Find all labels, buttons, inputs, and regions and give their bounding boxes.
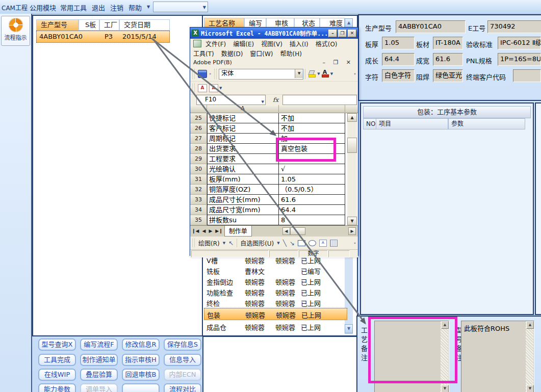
pkg-col-header-param[interactable]: 参数 [448, 118, 525, 129]
menu-logout[interactable]: 注销 [110, 3, 123, 12]
info-field-standard[interactable]: IPC-6012 Ⅱ级 [498, 37, 541, 49]
excel-menu-data[interactable]: 数据(D) [221, 49, 243, 58]
cell-b31[interactable]: 1.05 [279, 174, 345, 185]
cell-a27[interactable]: 周期标记 [207, 134, 279, 144]
tab-first-icon[interactable]: ❙◀ [192, 228, 199, 233]
row-header[interactable]: 31 [190, 174, 207, 185]
excel-menu-edit[interactable]: 编辑(E) [233, 39, 254, 48]
btn-save-info[interactable]: 保存信息S [164, 338, 201, 351]
model-notes-textarea[interactable]: 此板符合ROHS ▲ ▼ [461, 321, 534, 392]
btn-flow-compare[interactable]: 流程对比 [164, 383, 201, 392]
menu-exit[interactable]: 退出 [92, 3, 105, 12]
pdf-convert-icon[interactable]: A [198, 84, 207, 92]
cell-b26[interactable]: 不加 [279, 123, 345, 134]
btn-stackup-check[interactable]: 叠层验算 [80, 369, 118, 381]
excel-menu-insert[interactable]: 插入(I) [290, 39, 308, 48]
pdf-toolbar-dropdown-icon[interactable]: ▼ [219, 86, 222, 90]
model-col-header-factory[interactable]: 工厂 [99, 19, 119, 31]
excel-menu-view[interactable]: 视图(V) [261, 39, 282, 48]
excel-menu-format[interactable]: 格式(O) [316, 39, 338, 48]
excel-menu-window[interactable]: 窗口(W) [250, 49, 273, 58]
pdf-email-icon[interactable]: A [209, 84, 218, 92]
notes-scroll-up-icon[interactable]: ▲ [526, 321, 534, 329]
fill-color-icon[interactable] [308, 70, 316, 77]
info-field-thickness[interactable]: 1.05 [382, 37, 415, 49]
autoshapes-menu[interactable]: 自选图形(U) [240, 239, 274, 247]
excel-doc-window-controls[interactable]: – ❐ ✕ [322, 59, 354, 66]
excel-maximize-button[interactable]: ❐ [338, 30, 347, 37]
drawbar-options-icon[interactable]: » [354, 241, 356, 245]
cell-a32[interactable]: 铜箔厚度(OZ) [207, 185, 279, 195]
row-header[interactable]: 28 [190, 144, 207, 154]
btn-tool-done[interactable]: 工具完成 [38, 354, 76, 366]
toolbar-options-icon[interactable]: » [354, 72, 356, 76]
cell-b34[interactable]: 64.4 [279, 205, 345, 215]
row-header[interactable]: 25 [190, 113, 207, 123]
textbox-tool-icon[interactable]: A [319, 240, 327, 247]
cell-b35[interactable]: 8 [279, 215, 345, 225]
process-row[interactable]: 功能检查 顿婉蓉 顿婉蓉 已上网 [204, 286, 347, 297]
excel-vertical-scrollbar[interactable]: ▲ ▼ [347, 113, 357, 225]
excel-scroll-thumb[interactable] [347, 138, 357, 153]
info-field-width[interactable]: 61.6 [433, 53, 463, 66]
rectangle-tool-icon[interactable] [298, 240, 305, 246]
menu-common-modules[interactable]: 公用模块 [30, 3, 56, 12]
excel-close-button[interactable]: ✕ [348, 30, 356, 37]
info-field-length[interactable]: 64.4 [382, 53, 415, 66]
info-field-pnl[interactable]: 1P=16S=8U [498, 53, 541, 66]
hscroll-right-icon[interactable]: ▶ [348, 227, 356, 235]
font-color-icon[interactable]: A [321, 70, 329, 77]
cell-a31[interactable]: 板厚(mm) [207, 174, 279, 185]
menu-cam[interactable]: CAM工程 [2, 3, 28, 12]
grid-corner-cell[interactable] [190, 105, 207, 112]
info-field-model[interactable]: 4ABBY01CA0 [396, 20, 466, 33]
cell-b33[interactable]: 61.6 [279, 195, 345, 205]
btn-model-query[interactable]: 型号查询X [38, 338, 76, 351]
toolbar-more-icon[interactable]: » [209, 72, 211, 76]
flow-indicator-button[interactable]: 流程指示 [1, 16, 30, 46]
btn-capability[interactable]: 能力参数 [38, 383, 76, 392]
tab-next-icon[interactable]: ▶ [209, 228, 212, 233]
cell-b30[interactable]: √ [279, 164, 345, 174]
autoshapes-dropdown-icon[interactable]: ▼ [277, 241, 279, 245]
cell-a35[interactable]: 拼板数su [207, 215, 279, 225]
fill-color-dropdown-icon[interactable]: ▼ [317, 72, 320, 76]
cell-a28[interactable]: 出货要求 [207, 144, 279, 154]
pkg-col-header-item[interactable]: 项目 [376, 118, 448, 129]
row-header[interactable]: 33 [190, 195, 207, 205]
btn-order-import[interactable]: 调单导入 [80, 383, 118, 392]
excel-menu-file[interactable]: 文件(F) [205, 39, 226, 48]
row-header[interactable]: 32 [190, 185, 207, 195]
cell-a30[interactable]: 光绘确认 [207, 164, 279, 174]
arrow-tool-icon[interactable]: ↘ [290, 240, 295, 247]
row-header[interactable]: 30 [190, 164, 207, 174]
cell-name-box[interactable]: F10 ▼ [196, 95, 266, 105]
row-header[interactable]: 26 [190, 123, 207, 134]
line-tool-icon[interactable]: ╲ [283, 240, 287, 247]
cell-b32[interactable]: （0.5/0.5） [279, 185, 345, 195]
column-header-b[interactable] [279, 105, 345, 112]
cell-b25[interactable]: 不加 [279, 113, 345, 123]
menu-common-tools[interactable]: 常用工具 [60, 3, 87, 12]
process-row[interactable]: 终检 顿婉蓉 顿婉蓉 已上网 [204, 297, 347, 308]
save-icon[interactable] [198, 70, 207, 78]
process-row[interactable]: 成品仓 顿婉蓉 顿婉蓉 已上网 [204, 321, 347, 332]
btn-online-wip[interactable]: 在线WIP [38, 369, 76, 381]
draw-menu-dropdown-icon[interactable]: ▼ [223, 241, 225, 245]
cell-a26[interactable]: 客户标记 [207, 123, 279, 134]
btn-info-import[interactable]: 信息导入 [164, 354, 201, 366]
hscroll-thumb[interactable] [290, 227, 305, 235]
font-name-combo[interactable]: 宋体▼ [219, 69, 303, 80]
tab-last-icon[interactable]: ▶❙ [215, 228, 222, 233]
info-field-soldermask[interactable]: 绿色亚光 [433, 69, 463, 82]
cell-a34[interactable]: 成品尺寸宽(mm) [207, 205, 279, 215]
tab-prev-icon[interactable]: ◀ [202, 228, 205, 233]
info-field-silkscreen[interactable]: 白色字符 [382, 69, 415, 82]
notes-scrollbar[interactable] [526, 322, 533, 392]
row-header[interactable]: 27 [190, 134, 207, 144]
process-row-selected[interactable]: 包装 顿婉蓉 顿婉蓉 已上网 [204, 308, 347, 320]
menu-help[interactable]: 帮助 [128, 3, 142, 12]
excel-menu-help[interactable]: 帮助(H) [280, 49, 302, 58]
select-pointer-icon[interactable]: ↖ [228, 240, 234, 247]
row-header[interactable]: 35 [190, 215, 207, 225]
